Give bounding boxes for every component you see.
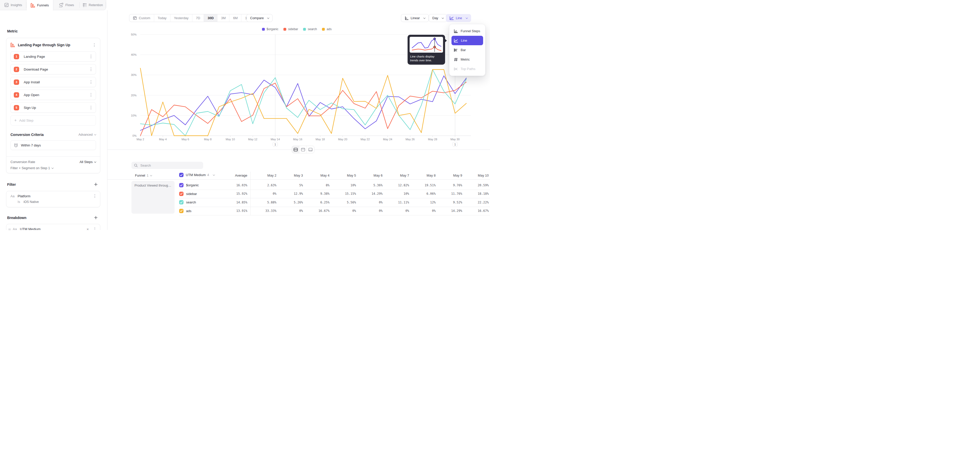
row-checkbox[interactable] (179, 200, 183, 204)
menu-item-metric[interactable]: Metric (452, 55, 483, 64)
tab-retention[interactable]: Retention (80, 0, 106, 10)
row-average: 14.85% (225, 198, 247, 206)
row-value: 0% (360, 198, 386, 206)
date-column-header[interactable]: May 9 (439, 174, 466, 177)
funnel-column-dropdown[interactable]: Funnel 1 (135, 174, 152, 177)
row-value: 5.36% (360, 181, 386, 189)
range-7d[interactable]: 7D (192, 14, 204, 22)
remove-breakdown-icon[interactable]: × (86, 227, 89, 230)
menu-item-label: Metric (461, 58, 469, 61)
menu-item-funnel-steps[interactable]: Funnel Steps (452, 26, 483, 36)
calendar-icon (133, 16, 137, 20)
table-search[interactable] (131, 162, 203, 169)
date-column-header[interactable]: May 4 (307, 174, 333, 177)
table-row-search[interactable]: search14.85%5.88%5.26%6.25%5.56%0%11.11%… (179, 198, 490, 206)
legend-item-search[interactable]: search (303, 27, 317, 31)
row-checkbox[interactable] (179, 209, 183, 213)
date-column-header[interactable]: May 8 (413, 174, 439, 177)
select-all-checkbox[interactable] (179, 173, 183, 177)
date-column-header[interactable]: May 3 (280, 174, 307, 177)
row-checkbox[interactable] (179, 183, 183, 187)
layout-toggle-split-rows[interactable] (292, 146, 299, 153)
step-label: Landing Page (24, 55, 84, 59)
date-column-header[interactable]: May 10 (466, 174, 490, 177)
funnel-step-1[interactable]: 1 Landing Page (11, 51, 96, 62)
menu-item-label: Bar (461, 48, 466, 52)
insights-icon (4, 3, 9, 7)
funnel-kebab-menu[interactable] (92, 43, 96, 47)
date-column-header[interactable]: May 2 (253, 174, 280, 177)
drag-handle-icon[interactable] (8, 228, 11, 230)
range-6m[interactable]: 6M (229, 14, 242, 22)
tab-insights[interactable]: Insights (0, 0, 26, 10)
date-column-header[interactable]: May 6 (360, 174, 386, 177)
funnel-step-2[interactable]: 2 Download Page (11, 64, 96, 74)
layout-toggle-chart-focus[interactable] (299, 146, 307, 153)
conversion-window-label: Within 7 days (21, 143, 41, 147)
tab-funnels[interactable]: Funnels (26, 0, 53, 11)
svg-text:20%: 20% (131, 94, 137, 97)
breakdown-kebab-menu[interactable] (93, 227, 97, 230)
range-3m[interactable]: 3M (218, 14, 229, 22)
row-value: 20.59% (466, 181, 490, 189)
table-row-ads[interactable]: ads13.91%33.33%0%16.67%0%0%0%0%14.29%16.… (179, 207, 490, 215)
search-input[interactable] (140, 163, 200, 168)
svg-text:May 26: May 26 (406, 138, 415, 141)
row-value: 10% (333, 181, 360, 189)
step-kebab-menu[interactable] (89, 67, 93, 71)
table-row-sidebar[interactable]: sidebar15.92%0%12.9%9.38%15.15%14.29%10%… (179, 190, 490, 198)
row-value: 6.06% (413, 190, 439, 198)
step-kebab-menu[interactable] (89, 93, 93, 97)
legend-item-sidebar[interactable]: sidebar (283, 27, 298, 31)
row-label: ads (186, 209, 191, 213)
average-column-header[interactable]: Average (225, 174, 247, 177)
row-label: search (186, 200, 196, 204)
conversion-rate-dropdown[interactable]: All Steps (80, 160, 96, 164)
funnel-step-3[interactable]: 3 App Install (11, 77, 96, 87)
filter-kebab-menu[interactable] (93, 194, 97, 198)
chart-type-dropdown[interactable]: Line (446, 14, 471, 22)
range-yesterday[interactable]: Yesterday (170, 14, 192, 22)
funnel-step-5[interactable]: 5 Sign Up (11, 102, 96, 113)
step-kebab-menu[interactable] (89, 80, 93, 84)
conversion-window[interactable]: Within 7 days (11, 140, 96, 150)
legend-item-ads[interactable]: ads (322, 27, 331, 31)
line-chart-icon (449, 16, 454, 20)
chart-type-menu: Funnel StepsLineBarMetricTop Paths (449, 24, 485, 76)
sidebar: Metric Landing Page through Sign Up 1 La… (0, 10, 107, 230)
legend-item-organic[interactable]: $organic (262, 27, 278, 31)
range-custom[interactable]: Custom (129, 14, 154, 22)
add-breakdown-button[interactable] (94, 215, 98, 220)
granularity-dropdown[interactable]: Day (429, 14, 447, 22)
funnel-steps-list: 1 Landing Page 2 Download Page 3 App Ins… (6, 51, 100, 113)
svg-text:May 8: May 8 (204, 138, 212, 141)
breakdown-column-dropdown[interactable]: UTM Medium 4 (179, 173, 215, 177)
step-kebab-menu[interactable] (89, 54, 93, 59)
funnel-step-4[interactable]: 4 App Open (11, 90, 96, 100)
add-step-button[interactable]: + Add Step (11, 115, 96, 126)
step-kebab-menu[interactable] (89, 105, 93, 110)
date-column-header[interactable]: May 5 (333, 174, 360, 177)
advanced-dropdown[interactable]: Advanced (78, 133, 96, 136)
filter-segment-dropdown[interactable]: Filter + Segment on Step 1 (11, 166, 96, 170)
range-30d[interactable]: 30D (204, 14, 218, 22)
range-today[interactable]: Today (154, 14, 170, 22)
breakdown-card-utm[interactable]: Aa UTM Medium × (6, 224, 100, 230)
menu-item-bar[interactable]: Bar (452, 45, 483, 55)
svg-text:10%: 10% (131, 114, 137, 117)
filter-card-platform[interactable]: Aa Platform Is iOS Native (6, 191, 100, 207)
add-filter-button[interactable] (94, 182, 98, 187)
layout-toggle-table-focus[interactable] (307, 146, 314, 153)
table-row-organic[interactable]: $organic16.03%2.63%5%8%10%5.36%12.82%19.… (179, 181, 490, 189)
date-column-header[interactable]: May 7 (386, 174, 413, 177)
tab-flows[interactable]: Flows (53, 0, 80, 10)
row-checkbox[interactable] (179, 192, 183, 196)
search-icon (134, 164, 138, 168)
menu-item-line[interactable]: Line (452, 36, 483, 45)
row-value: 0% (386, 207, 413, 215)
compare-button[interactable]: Compare (247, 14, 272, 22)
table-group-cell[interactable]: Product Viewed through P... (131, 181, 175, 214)
scale-dropdown[interactable]: Linear (401, 14, 429, 22)
funnel-metric-icon (11, 43, 15, 47)
step-number-badge: 5 (14, 105, 19, 110)
